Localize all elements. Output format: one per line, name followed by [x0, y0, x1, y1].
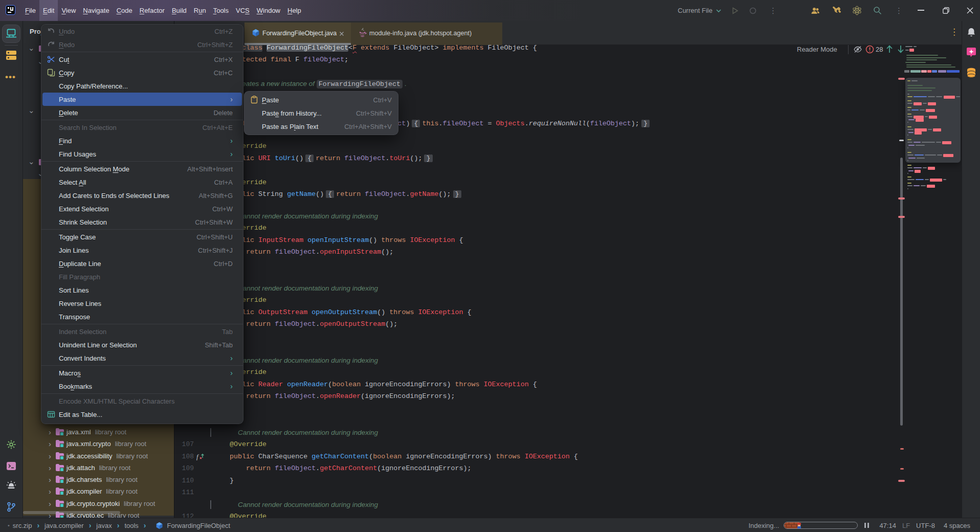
svg-text:f: f [196, 453, 199, 460]
